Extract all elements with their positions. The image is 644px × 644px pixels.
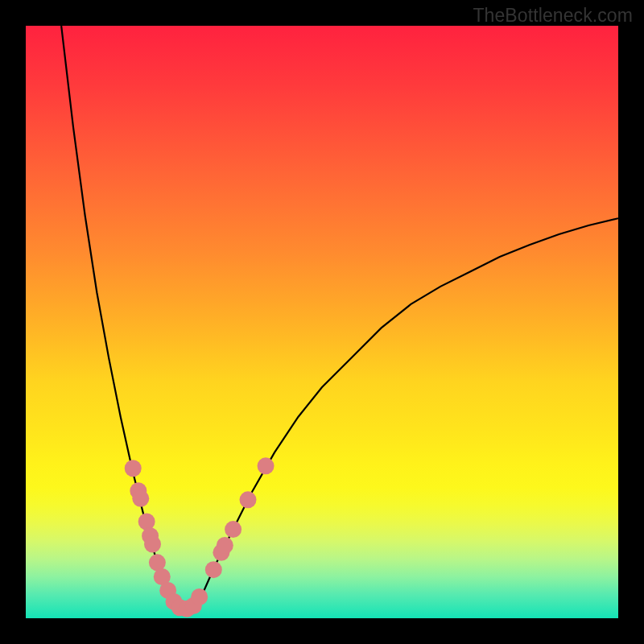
chart-frame: TheBottleneck.com — [0, 0, 644, 644]
plot-area — [26, 26, 618, 618]
data-marker — [125, 460, 142, 477]
right-branch-curve — [192, 218, 618, 606]
data-marker — [225, 521, 242, 538]
marker-group — [125, 457, 275, 617]
data-marker — [138, 514, 155, 530]
curve-svg — [26, 26, 618, 618]
data-marker — [132, 490, 149, 507]
data-marker — [205, 561, 222, 578]
data-marker — [258, 457, 275, 474]
data-marker — [144, 536, 161, 553]
data-marker — [240, 491, 257, 508]
credit-label: TheBottleneck.com — [473, 5, 633, 27]
left-branch-curve — [61, 26, 180, 608]
data-marker — [217, 537, 233, 554]
data-marker — [191, 588, 208, 605]
